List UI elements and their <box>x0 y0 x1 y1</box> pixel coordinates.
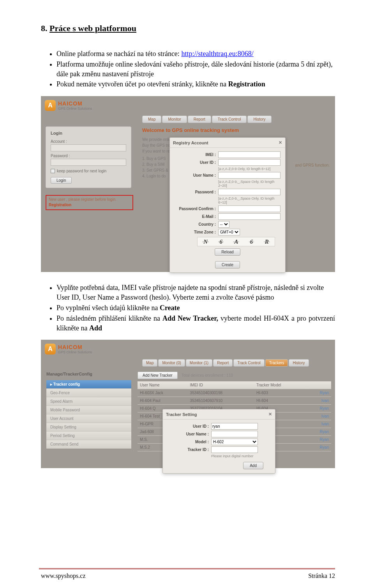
tab-item[interactable]: History <box>289 359 309 367</box>
create-button[interactable]: Create <box>215 261 240 269</box>
list-item: Pokud nemáte vytvořen účet po otevření s… <box>56 79 335 89</box>
footer-rule <box>39 568 335 569</box>
menu-item[interactable]: Display Setting <box>46 423 131 432</box>
list-item: Vyplňte potřebná data, IMEI vaše přístro… <box>56 283 335 302</box>
tab-item[interactable]: Map <box>142 116 161 123</box>
login-button[interactable]: Login <box>51 177 72 184</box>
login-panel: Login Account : Password : keep password… <box>46 126 131 188</box>
tab-item[interactable]: Map <box>142 359 157 367</box>
reload-button[interactable]: Reload <box>215 248 240 256</box>
menu-item[interactable]: Command Send <box>46 440 131 449</box>
registration-link[interactable]: Registration <box>49 203 130 207</box>
tracker-setting-modal: Tracker Setting ✕ User ID : User Name : … <box>162 409 275 474</box>
captcha-image: N 6 A 6 R <box>197 237 275 246</box>
email-input[interactable] <box>218 213 280 220</box>
password-input[interactable] <box>51 159 126 166</box>
regpw2-input[interactable] <box>218 205 280 212</box>
brand-logo-icon: A <box>45 100 56 111</box>
ts-username-input[interactable] <box>211 431 258 437</box>
imei-input[interactable] <box>218 151 280 158</box>
menu-item[interactable]: User Account <box>46 414 131 423</box>
username-input[interactable] <box>218 172 280 179</box>
registry-modal: Registry Account ✕ IMEI : User ID : [a-z… <box>169 137 286 273</box>
bullet-list-b: Vyplňte potřebná data, IMEI vaše přístro… <box>41 283 335 333</box>
tracker-setting-screenshot: A HAICOM GPS Online Solutions Map Monito… <box>41 340 335 468</box>
tab-item[interactable]: Monitor (0) <box>158 359 185 367</box>
page-number: Stránka 12 <box>308 572 335 579</box>
modal-title: Tracker Setting <box>166 412 197 417</box>
timezone-select[interactable]: GMT+0 <box>218 229 240 235</box>
add-new-tracker-button[interactable]: Add New Tracker <box>138 372 178 379</box>
side-note: and GPRS function. <box>295 163 330 167</box>
footer-url: www.spyshops.cz <box>41 572 86 579</box>
menu-item[interactable]: Period Setting <box>46 432 131 440</box>
tab-item[interactable]: Report <box>213 359 233 367</box>
tab-item[interactable]: Report <box>188 116 211 123</box>
menu-item[interactable]: Speed Alarm <box>46 397 131 406</box>
brand: A HAICOM GPS Online Solutions <box>45 100 92 111</box>
close-icon[interactable]: ✕ <box>279 140 282 145</box>
tab-item[interactable]: Track Control <box>233 359 265 367</box>
tab-item[interactable]: Monitor (1) <box>186 359 212 367</box>
keep-password-checkbox[interactable] <box>51 169 55 173</box>
top-tabs: Map Monitor (0) Monitor (1) Report Track… <box>142 359 309 367</box>
page-footer: www.spyshops.cz Stránka 12 <box>41 572 335 579</box>
list-item: Po vyplnění všech údajů klikněte na Crea… <box>56 303 335 313</box>
ts-trackerid-input[interactable] <box>211 446 258 453</box>
menu-item-active[interactable]: ▸ Tracker config <box>46 380 131 389</box>
account-input[interactable] <box>51 144 126 151</box>
breadcrumb: Manage/TrackerConfig <box>46 372 92 376</box>
registration-highlight: New user , please register before login.… <box>46 195 133 210</box>
table-row[interactable]: HI-604 Paul353451040607910HI-604Ivan <box>138 397 331 405</box>
tab-item[interactable]: Monitor <box>162 116 187 123</box>
tab-item[interactable]: History <box>247 116 271 123</box>
bullet-list-a: Online platforma se nachází na této strá… <box>41 49 335 89</box>
regpw-input[interactable] <box>218 189 280 195</box>
login-title: Login <box>51 131 126 135</box>
tab-item[interactable]: Track Control <box>212 116 247 123</box>
userid-input[interactable] <box>218 159 280 166</box>
total-devices-label: Total devices enrollment : 110 <box>182 373 233 377</box>
close-icon[interactable]: ✕ <box>268 412 272 417</box>
keep-password-label: keep password for next login <box>57 169 106 173</box>
country-select[interactable]: -- <box>218 221 229 228</box>
modal-title: Registry Account <box>173 140 208 145</box>
table-row[interactable]: HI-603X Jack353451040300198HI-603Ryan <box>138 389 331 397</box>
menu-item[interactable]: Geo-Fence <box>46 389 131 397</box>
menu-item[interactable]: Mobile Password <box>46 406 131 414</box>
registration-screenshot: A HAICOM GPS Online Solutions Map Monito… <box>41 96 335 272</box>
list-item: Po následném přihlášení klikněte na Add … <box>56 314 335 333</box>
add-button[interactable]: Add <box>243 462 263 469</box>
side-menu: ▸ Tracker config Geo-Fence Speed Alarm M… <box>46 380 131 449</box>
password-label: Password : <box>51 154 126 158</box>
brand-logo-icon: A <box>45 344 56 355</box>
tab-item-active[interactable]: Trackers <box>265 359 288 367</box>
platform-link[interactable]: http://stealthtraq.eu:8068/ <box>181 50 253 58</box>
account-label: Account : <box>51 139 126 144</box>
ts-userid-input[interactable] <box>211 423 258 430</box>
section-heading: 8. Práce s web platformou <box>41 23 335 33</box>
list-item: Online platforma se nachází na této strá… <box>56 49 335 59</box>
list-item: Platforma umožňuje online sledování vaše… <box>56 60 335 79</box>
ts-model-select[interactable]: H-602 <box>211 439 258 445</box>
top-tabs: Map Monitor Report Track Control History <box>142 116 272 123</box>
brand: A HAICOM GPS Online Solutions <box>45 344 92 355</box>
welcome-title: Welcome to GPS online tracking system <box>142 127 239 133</box>
